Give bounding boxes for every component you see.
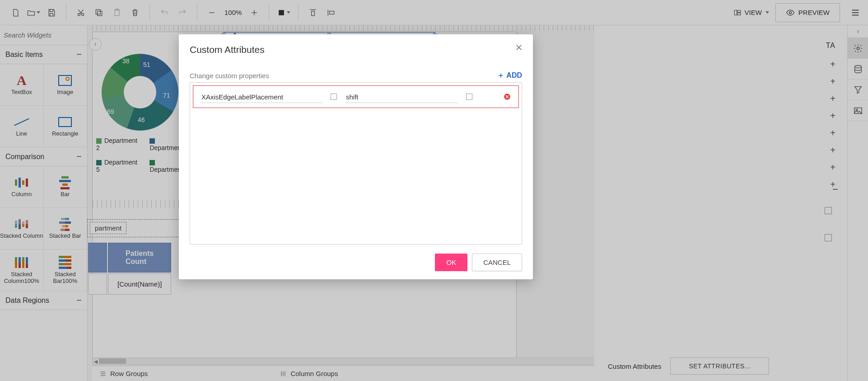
modal-title: Custom Attributes <box>190 44 522 55</box>
attribute-row <box>193 85 519 108</box>
attribute-value-checkbox[interactable] <box>466 94 472 100</box>
close-button[interactable] <box>515 43 523 53</box>
add-attribute-button[interactable]: ADD <box>497 71 522 80</box>
attribute-key-input[interactable] <box>201 90 322 103</box>
cancel-button[interactable]: CANCEL <box>472 254 522 271</box>
ok-button[interactable]: OK <box>435 254 467 271</box>
attribute-key-checkbox[interactable] <box>331 94 337 100</box>
modal-subtitle: Change custom properties <box>190 72 269 80</box>
delete-attribute-button[interactable] <box>503 93 511 101</box>
attribute-value-input[interactable] <box>345 90 458 103</box>
attributes-list <box>190 82 522 245</box>
plus-icon <box>497 72 504 79</box>
custom-attributes-modal: Custom Attributes Change custom properti… <box>179 34 533 279</box>
